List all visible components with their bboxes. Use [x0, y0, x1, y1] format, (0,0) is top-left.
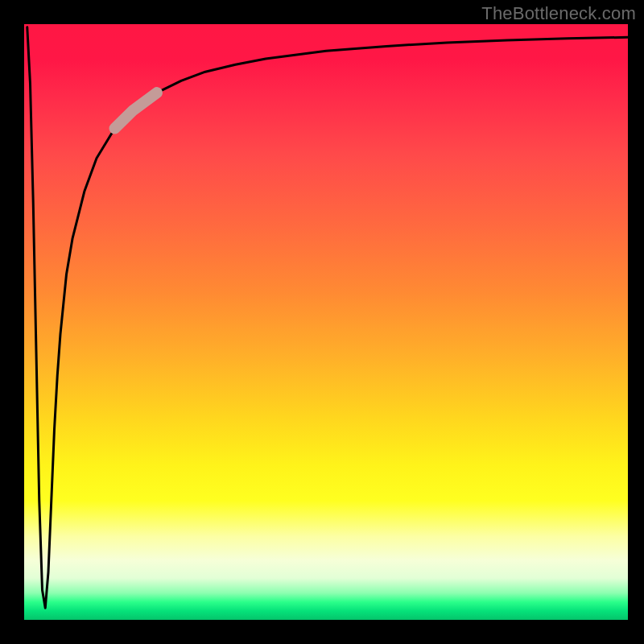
watermark-text: TheBottleneck.com [481, 3, 636, 24]
chart-frame: TheBottleneck.com [0, 0, 644, 644]
curve-layer [24, 24, 628, 620]
plot-area [24, 24, 628, 620]
accent-segment [115, 93, 158, 128]
main-curve [27, 27, 628, 609]
